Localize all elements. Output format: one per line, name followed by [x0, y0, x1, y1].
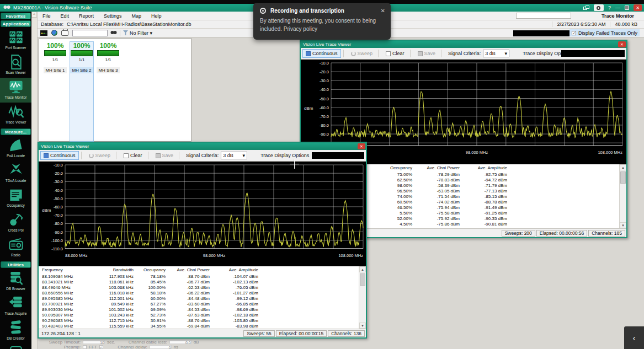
search-binoculars-icon[interactable] [110, 30, 117, 36]
window-titlebar[interactable]: Vision Live Trace Viewer ✕ [301, 41, 626, 48]
sidebar-item-scan-viewer[interactable]: Scan Viewer [0, 53, 31, 78]
sidebar-scrollbar[interactable]: ^ [31, 12, 38, 349]
sidebar-section-measure[interactable]: Measure... [1, 128, 31, 135]
table-row[interactable]: 90.482403 MHz115.559 kHz34.55%-69.84 dBm… [39, 323, 366, 329]
minimize-button[interactable]: — [615, 5, 620, 10]
menu-map[interactable]: Map [127, 13, 147, 19]
maximize-button[interactable] [625, 6, 629, 10]
trace-display-options-button[interactable]: Trace Display Options [260, 153, 309, 158]
scroll-up-icon[interactable]: ▲ [359, 266, 366, 272]
sidebar-section-applications[interactable]: Applications [1, 20, 31, 27]
window-close-button[interactable]: ✕ [618, 41, 626, 47]
chevron-down-icon: ▾ [243, 153, 246, 158]
monitor-view-button[interactable] [61, 30, 69, 36]
save-button[interactable]: Save [152, 151, 177, 160]
cascade-windows-icon[interactable] [583, 6, 589, 10]
notification-close-icon[interactable]: ✕ [381, 8, 385, 14]
y-axis-tick: -30.0 [309, 78, 329, 83]
scroll-up-icon[interactable]: ▲ [620, 164, 626, 170]
titlebar-text-input[interactable] [516, 13, 571, 19]
sidebar-section-utilities[interactable]: Utilities [1, 261, 31, 268]
menu-edit[interactable]: Edit [56, 13, 74, 19]
checkbox-checked-icon[interactable]: ✓ [572, 31, 576, 35]
collapse-panel-button[interactable]: ‹ [624, 326, 644, 349]
window-statusbar: 172.26.204.128 : 1 Sweeps: 55 Elapsed: 0… [39, 329, 366, 337]
table-row[interactable]: 89.700921 MHz89.549 kHz67.27%-83.60 dBm-… [39, 301, 366, 307]
sidebar-item-trace-monitor[interactable]: Trace Monitor [0, 78, 31, 103]
scroll-thumb[interactable] [620, 171, 626, 184]
sidebar-item-poa-locate[interactable]: PoA Locate [0, 136, 31, 161]
sidebar-item-trace-acquire[interactable]: Trace Acquire [0, 294, 31, 319]
sidebar-item-tdoa-locate[interactable]: TDoA Locate [0, 161, 31, 186]
scroll-down-icon[interactable]: ▼ [359, 323, 366, 329]
menu-file[interactable]: File [38, 13, 56, 19]
redacted-dropdown[interactable] [513, 30, 578, 36]
scroll-up-arrow-icon[interactable]: ^ [31, 12, 37, 18]
table-row[interactable]: 89.095385 MHz112.501 kHz60.00%-84.48 dBm… [39, 296, 366, 301]
display-failed-traces-checkbox[interactable]: ✓ Display Failed Traces Only [570, 29, 640, 36]
table-cell: -90.81 dBm [462, 222, 509, 227]
filter-dropdown[interactable]: No Filter ▾ [123, 30, 152, 36]
map-view-button[interactable] [50, 30, 58, 36]
site-tile-mh-site-2[interactable]: 100% 1/1 MH Site 2 [70, 42, 93, 141]
channel-delay-input[interactable]: 0 [150, 345, 172, 349]
signal-criteria-select[interactable]: 3 dB▾ [221, 152, 247, 159]
trace-viewer-window-front[interactable]: Vision Live Trace Viewer ✕ Continuous Sw… [38, 142, 367, 339]
continuous-button[interactable]: Continuous [302, 49, 341, 58]
trace-view-button[interactable] [40, 30, 48, 36]
window-titlebar[interactable]: Vision Live Trace Viewer ✕ [39, 143, 366, 150]
recording-notification[interactable]: Recording and transcription ✕ By attendi… [253, 3, 391, 40]
sidebar-item-radio[interactable]: Radio [0, 235, 31, 260]
table-row[interactable]: 88.341021 MHz118.061 kHz85.45%-86.77 dBm… [39, 279, 366, 284]
continuous-button[interactable]: Continuous [40, 151, 79, 160]
clear-button[interactable]: Clear [382, 49, 408, 58]
sidebar-item-db-browser[interactable]: DB Browser [0, 269, 31, 294]
table-row[interactable]: 90.296583 MHz112.715 kHz30.91%-88.76 dBm… [39, 318, 366, 323]
scroll-thumb[interactable] [360, 273, 365, 286]
table-row[interactable]: 90.095807 MHz103.243 kHz52.73%-87.63 dBm… [39, 312, 366, 318]
channels-status: Channels: 185 [588, 230, 625, 237]
signal-criteria-select[interactable]: 3 dB▾ [483, 50, 509, 57]
scroll-down-icon[interactable]: ▼ [620, 222, 626, 228]
sidebar-section-favorites[interactable]: Favorites [1, 13, 31, 19]
preamp-checkbox[interactable] [83, 345, 87, 349]
table-row[interactable]: 89.903036 MHz101.502 kHz69.09%-84.53 dBm… [39, 307, 366, 312]
search-input[interactable] [72, 30, 108, 36]
site-progress-bar [71, 50, 93, 56]
spectrum-chart[interactable]: dBm -10.0-20.0-30.0-40.0-50.0-60.0-70.0-… [39, 162, 366, 266]
clear-button[interactable]: Clear [120, 151, 146, 160]
table-row[interactable]: 88.660556 MHz116.018 kHz58.18%-86.22 dBm… [39, 290, 366, 296]
table-cell: -58.39 dBm [414, 183, 462, 188]
privacy-policy-link[interactable]: Privacy policy [284, 26, 317, 32]
sidebar-item-trace-viewer[interactable]: Trace Viewer [0, 103, 31, 127]
table-cell: -92.75 dBm [462, 172, 509, 177]
close-button[interactable]: ✕ [634, 4, 642, 11]
table-row[interactable]: 88.109084 MHz117.903 kHz78.18%-88.70 dBm… [39, 273, 366, 279]
sweep-icon [351, 51, 356, 56]
menu-report[interactable]: Report [74, 13, 99, 19]
menu-settings[interactable]: Settings [99, 13, 127, 19]
menu-help[interactable]: Help [146, 13, 167, 19]
x-axis-tick: 108.000 MHz [598, 150, 622, 155]
sidebar-item-occupancy[interactable]: Occupancy [0, 186, 31, 211]
site-tile-mh-site-3[interactable]: 100% 1/1 MH Site 3 [97, 42, 120, 141]
save-button[interactable]: Save [414, 49, 439, 58]
table-scrollbar[interactable]: ▲▼ [619, 164, 626, 228]
fft-checkbox[interactable]: ✓ [99, 345, 103, 349]
table-row[interactable]: 88.49646 MHz103.068 kHz100.00%-62.53 dBm… [39, 284, 366, 290]
site-tile-mh-site-1[interactable]: 100% 1/1 MH Site 1 [44, 42, 67, 141]
table-scrollbar[interactable]: ▲▼ [359, 266, 366, 329]
sweep-timeout-input[interactable]: 10 [83, 340, 105, 344]
channel-table[interactable]: FrequencyBandwidthOccupancyAve. Chnl Pow… [39, 266, 366, 329]
window-close-button[interactable]: ✕ [358, 143, 365, 149]
sidebar-item-partial[interactable] [0, 343, 31, 349]
help-button[interactable]: ? [608, 5, 611, 10]
sidebar-item-cross-pol[interactable]: Cross Pol [0, 211, 31, 235]
cable-loss-input[interactable]: 0.0 [169, 340, 191, 344]
sweep-button[interactable]: Sweep [86, 151, 114, 160]
sidebar-item-port-scanner[interactable]: Port Scanner [0, 28, 31, 53]
table-cell: 67.27% [136, 302, 168, 307]
sweep-button[interactable]: Sweep [348, 49, 376, 58]
screenshot-camera-button[interactable] [594, 4, 604, 11]
sidebar-item-db-creator[interactable]: DB Creator [0, 319, 31, 343]
